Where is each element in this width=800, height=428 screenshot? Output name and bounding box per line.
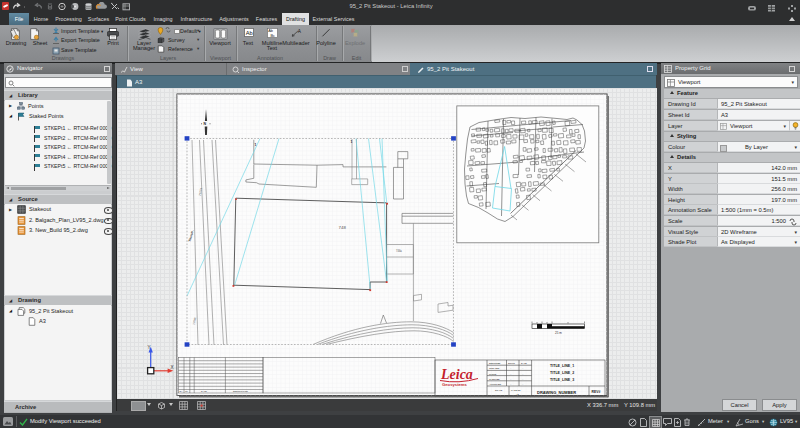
svg-text:DATE: DATE [521, 362, 527, 364]
svg-text:Leica: Leica [440, 367, 473, 382]
svg-text:746a: 746a [396, 249, 402, 253]
svg-text:CHECKED: CHECKED [489, 378, 500, 380]
svg-text:DESCRIPTION: DESCRIPTION [233, 390, 248, 392]
svg-text:SCALE: SCALE [495, 389, 503, 391]
svg-text:DESIGNED: DESIGNED [489, 362, 501, 364]
svg-text:TITLE_LINE_1: TITLE_LINE_1 [550, 364, 574, 368]
svg-text:748: 748 [339, 225, 347, 230]
svg-text:25 m: 25 m [555, 331, 562, 335]
svg-text:APPROVED: APPROVED [489, 383, 502, 385]
svg-text:Y: Y [148, 345, 151, 350]
svg-text:1: 1 [255, 143, 257, 147]
svg-text:TITLE_LINE_3: TITLE_LINE_3 [550, 378, 574, 382]
svg-text:REV#: REV# [592, 390, 601, 394]
svg-text:CREATED: CREATED [489, 367, 500, 369]
svg-text:Ab: Ab [246, 30, 253, 36]
svg-text:A: A [298, 29, 302, 34]
svg-text:TITLE_LINE_2: TITLE_LINE_2 [550, 371, 574, 375]
svg-text:DATE: DATE [201, 390, 207, 392]
svg-text:PLOTS: PLOTS [489, 373, 497, 375]
svg-text:CK: CK [185, 390, 189, 392]
svg-text:DRWN: DRWN [508, 362, 515, 364]
svg-text:Geosystems: Geosystems [442, 382, 468, 387]
svg-text:DRAWING_NUMBER: DRAWING_NUMBER [537, 390, 576, 395]
svg-text:Bc: Bc [270, 33, 275, 37]
svg-text:X: X [171, 365, 174, 370]
svg-text:N: N [204, 122, 207, 126]
svg-text:1: 1 [351, 140, 353, 144]
svg-text:PAGE SZ: PAGE SZ [511, 389, 521, 391]
